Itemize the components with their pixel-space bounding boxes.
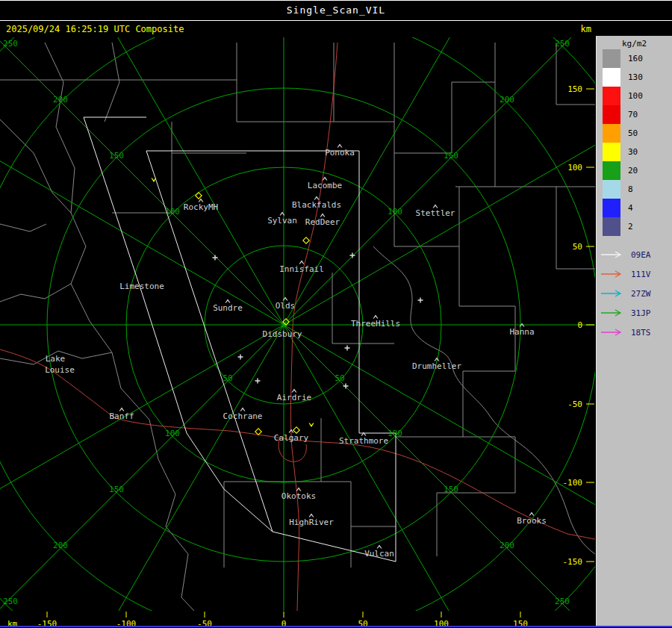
range-label: 100: [165, 429, 180, 438]
storm-cell-row: 18TS: [597, 323, 672, 342]
city-name: Didsbury: [263, 329, 302, 339]
legend-panel: kg/m2 160 130 100 70 50: [596, 36, 672, 626]
city-name: Louise: [45, 365, 75, 375]
foothills-boundaries: [0, 43, 194, 611]
town-marker-icon: [435, 358, 440, 361]
range-label: 100: [388, 429, 402, 438]
city-name: Innisfail: [279, 264, 324, 274]
legend-color-swatch: [603, 68, 620, 87]
storm-cell-row: 09EA: [597, 245, 672, 264]
legend-scale-row: 30: [597, 143, 672, 161]
city-name: Sylvan: [267, 216, 297, 226]
city-name: Vulcan: [364, 549, 394, 559]
motion-arrow-icon: [600, 308, 626, 318]
town-marker-icon: [377, 545, 382, 549]
city-name: Calgary: [274, 433, 309, 443]
city-name: Banff: [109, 411, 134, 421]
footer-accent-line: [0, 626, 672, 627]
radar-app-window: Single_Scan_VIL 2025/09/24 16:25:19 UTC …: [0, 0, 672, 628]
range-label: 100: [388, 207, 402, 217]
motion-arrow-icon: [600, 327, 626, 338]
y-tick-label: 50: [573, 242, 582, 252]
town-marker-icon: [529, 512, 535, 516]
town-marker-icon: [240, 408, 246, 411]
radar-site-marker: [195, 192, 202, 199]
legend-color-swatch: [603, 199, 620, 217]
range-label: 50: [223, 373, 232, 383]
legend-color-swatch: [603, 49, 620, 68]
legend-scale-row: 50: [597, 124, 672, 143]
city-didsbury: Didsbury: [263, 329, 302, 339]
range-label: 200: [53, 95, 68, 105]
city-name: Strathmore: [339, 436, 388, 446]
city-cochrane: Cochrane: [223, 408, 263, 422]
city-blackfalds: Blackfalds: [292, 196, 341, 211]
city-banff: Banff: [109, 408, 134, 422]
city-vulcan: Vulcan: [364, 545, 394, 559]
city-name: Okotoks: [281, 491, 316, 501]
range-label: 150: [444, 151, 458, 161]
city-stettler: Stettler: [416, 205, 455, 219]
y-tick-label: -50: [567, 400, 582, 409]
city-lake-louise-line2: Louise: [45, 365, 75, 375]
legend-scale-value: 20: [628, 166, 638, 175]
highway-ew: [0, 349, 595, 539]
city-name: HighRiver: [289, 517, 334, 527]
town-marker-icon: [433, 205, 438, 208]
city-name: Stettler: [416, 208, 455, 218]
range-label: 100: [165, 207, 180, 217]
motion-arrow-icon: [600, 269, 626, 279]
town-marker-icon: [299, 261, 305, 264]
town-marker-icon: [320, 214, 326, 217]
motion-arrow-icon: [600, 288, 626, 299]
legend-scale-value: 30: [628, 147, 638, 157]
legend-scale-value: 50: [628, 128, 638, 138]
legend-color-swatch: [603, 143, 620, 161]
y-tick-label: -100: [563, 478, 583, 488]
town-marker-icon: [373, 315, 379, 319]
city-limestone: Limestone: [119, 282, 164, 291]
legend-scale-row: 8: [597, 180, 672, 199]
city-name: ThreeHills: [351, 319, 400, 329]
city-rockymh: RockyMH: [184, 199, 218, 213]
range-label: 200: [500, 95, 514, 105]
town-marker-icon: [337, 144, 343, 148]
legend-scale-value: 100: [628, 91, 643, 101]
city-ponoka: Ponoka: [325, 144, 355, 158]
range-label: 150: [444, 485, 458, 494]
cell-id-label: 31JP: [631, 308, 651, 318]
radar-site-marker: [302, 237, 310, 244]
legend-scale-row: 20: [597, 161, 672, 180]
city-name: Drumheller: [412, 361, 462, 371]
city-name: Blackfalds: [292, 200, 341, 210]
y-tick-label: 100: [567, 163, 582, 172]
town-marker-icon: [292, 389, 297, 393]
city-reddeer: RedDeer: [305, 214, 340, 228]
town-marker-icon: [361, 432, 367, 436]
legend-color-swatch: [603, 161, 620, 180]
legend-scale-row: 70: [597, 105, 672, 124]
range-label: 250: [555, 597, 570, 606]
cell-id-label: 111V: [631, 270, 651, 279]
city-innisfail: Innisfail: [279, 261, 324, 275]
x-axis-ticks: [47, 612, 520, 618]
scan-sector-outline: [146, 151, 396, 562]
cell-id-label: 09EA: [631, 250, 651, 260]
scan-sector-layer: [84, 117, 396, 562]
storm-marker-icon: [309, 423, 314, 428]
town-marker-icon: [296, 488, 302, 491]
town-marker-icon: [119, 408, 125, 411]
storm-marker-icon: [152, 178, 157, 183]
range-label: 250: [3, 597, 18, 606]
city-sundre: Sundre: [213, 299, 243, 314]
storm-cell-legend: 09EA 111V 27ZW 31JP 18TS: [597, 245, 672, 342]
range-label: 250: [555, 39, 570, 49]
range-label: 150: [109, 485, 124, 494]
city-name: RockyMH: [184, 202, 218, 212]
city-olds: Olds: [276, 297, 296, 311]
legend-scale-row: 4: [597, 199, 672, 217]
city-okotoks: Okotoks: [281, 488, 316, 502]
range-label: 200: [53, 541, 68, 550]
cell-id-label: 18TS: [631, 328, 651, 338]
radar-map-canvas[interactable]: Ponoka Lacombe Blackfalds Sylvan RedDeer…: [0, 0, 672, 628]
